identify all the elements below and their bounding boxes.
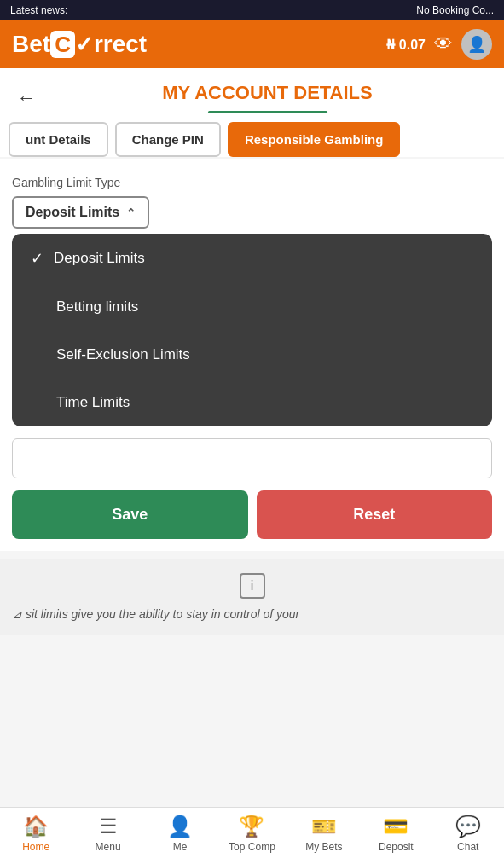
me-icon: 👤 <box>167 815 193 838</box>
limit-value-input[interactable] <box>12 438 492 478</box>
title-wrapper: MY ACCOUNT DETAILS <box>48 82 487 113</box>
nav-chat[interactable]: 💬 Chat <box>438 815 498 853</box>
home-icon: 🏠 <box>23 815 49 838</box>
nav-deposit-label: Deposit <box>379 841 414 853</box>
menu-icon: ☰ <box>99 815 118 838</box>
avatar-symbol: 👤 <box>467 35 486 54</box>
action-buttons: Save Reset <box>12 490 492 539</box>
page-title-area: ← MY ACCOUNT DETAILS <box>0 68 504 113</box>
logo: BetC✓rrect <box>12 31 147 58</box>
nav-deposit[interactable]: 💳 Deposit <box>366 815 426 853</box>
nav-top-comp-label: Top Comp <box>229 841 275 853</box>
info-text-content: sit limits give you the ability to stay … <box>26 607 299 621</box>
back-button[interactable]: ← <box>17 87 36 109</box>
nav-my-bets[interactable]: 🎫 My Bets <box>294 815 354 853</box>
tab-change-pin[interactable]: Change PIN <box>115 122 221 157</box>
avatar-icon[interactable]: 👤 <box>461 29 492 60</box>
logo-text: BetC✓rrect <box>12 31 147 58</box>
nav-menu[interactable]: ☰ Menu <box>78 815 138 853</box>
limit-type-label: Gambling Limit Type <box>12 176 492 189</box>
info-text-prefix: ⊿ <box>12 607 26 621</box>
news-label: Latest news: <box>10 4 67 16</box>
nav-me-label: Me <box>173 841 188 853</box>
main-content: Gambling Limit Type Deposit Limits ⌃ ✓ D… <box>0 159 504 551</box>
header-right: ₦ 0.07 👁 👤 <box>386 29 492 60</box>
header: BetC✓rrect ₦ 0.07 👁 👤 <box>0 20 504 68</box>
logo-box: C <box>50 31 75 58</box>
nav-home-label: Home <box>22 841 49 853</box>
save-button[interactable]: Save <box>12 490 248 539</box>
eye-icon[interactable]: 👁 <box>434 33 453 55</box>
dropdown-item-self-exclusion[interactable]: Self-Exclusion Limits <box>12 331 492 379</box>
page-title: MY ACCOUNT DETAILS <box>48 82 487 111</box>
reset-button[interactable]: Reset <box>257 490 493 539</box>
page-title-container: ← MY ACCOUNT DETAILS unt Details Change … <box>0 68 504 157</box>
tab-responsible-gambling[interactable]: Responsible Gambling <box>228 122 401 157</box>
nav-menu-label: Menu <box>96 841 121 853</box>
dropdown-item-time-limits[interactable]: Time Limits <box>12 379 492 426</box>
tab-account-details[interactable]: unt Details <box>9 122 108 157</box>
dropdown-label-self-exclusion: Self-Exclusion Limits <box>56 346 190 363</box>
selected-option-text: Deposit Limits <box>26 205 119 220</box>
limit-type-select[interactable]: Deposit Limits ⌃ <box>12 196 149 229</box>
deposit-icon: 💳 <box>383 815 408 838</box>
news-content: No Booking Co... <box>416 4 494 16</box>
logo-bet: Bet <box>12 31 50 57</box>
trophy-icon: 🏆 <box>239 815 264 838</box>
dropdown-item-betting-limits[interactable]: Betting limits <box>12 283 492 331</box>
bottom-nav: 🏠 Home ☰ Menu 👤 Me 🏆 Top Comp 🎫 My Bets … <box>0 807 504 858</box>
nav-top-comp[interactable]: 🏆 Top Comp <box>222 815 281 853</box>
input-row <box>12 438 492 478</box>
tabs-row: unt Details Change PIN Responsible Gambl… <box>0 113 504 157</box>
chevron-icon: ⌃ <box>126 206 136 219</box>
dropdown-menu: ✓ Deposit Limits Betting limits Self-Exc… <box>12 234 492 426</box>
nav-my-bets-label: My Bets <box>305 841 342 853</box>
dropdown-item-deposit-limits[interactable]: ✓ Deposit Limits <box>12 234 492 283</box>
nav-chat-label: Chat <box>457 841 478 853</box>
balance-display: ₦ 0.07 <box>386 37 426 53</box>
logo-rrect: rrect <box>94 31 147 57</box>
page-title-underline <box>208 111 327 113</box>
dropdown-label-betting: Betting limits <box>56 299 138 316</box>
info-section: i ⊿ sit limits give you the ability to s… <box>0 559 504 635</box>
info-icon-box: i <box>12 573 492 599</box>
news-ticker: Latest news: No Booking Co... <box>0 0 504 20</box>
bets-icon: 🎫 <box>311 815 337 838</box>
logo-checkmark: ✓ <box>75 32 94 57</box>
nav-me[interactable]: 👤 Me <box>150 815 210 853</box>
info-icon: i <box>240 573 265 599</box>
dropdown-label-time: Time Limits <box>56 394 130 411</box>
info-text: ⊿ sit limits give you the ability to sta… <box>12 607 492 621</box>
dropdown-label-deposit: Deposit Limits <box>54 250 145 267</box>
nav-home[interactable]: 🏠 Home <box>6 815 66 853</box>
checkmark-icon: ✓ <box>31 249 43 268</box>
chat-icon: 💬 <box>455 815 481 838</box>
